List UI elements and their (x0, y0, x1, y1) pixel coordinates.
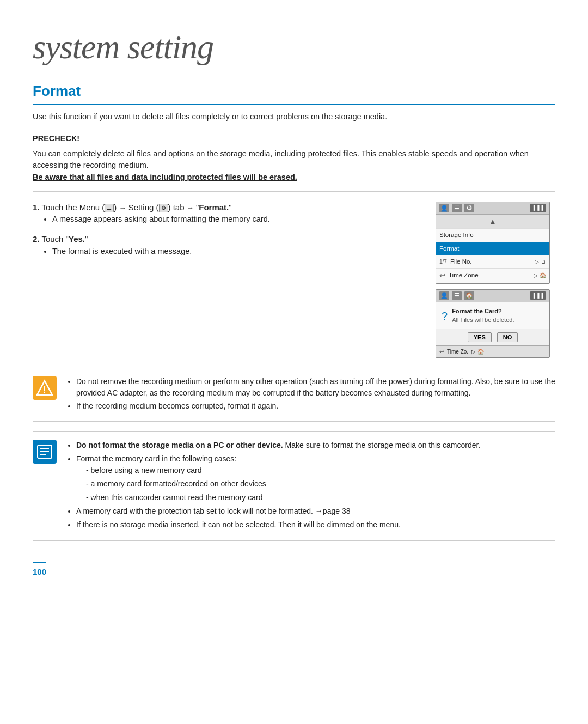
warning-box: ! Do not remove the recording medium or … (33, 368, 555, 422)
precheck-label: PRECHECK! (33, 133, 555, 145)
note-sub-3: when this camcorder cannot read the memo… (86, 492, 480, 503)
warning-triangle-icon: ! (36, 379, 53, 397)
note-item-1: Do not format the storage media on a PC … (76, 440, 480, 451)
step-1-text: Touch the Menu (☰) → Setting (⚙) tab → "… (41, 203, 231, 212)
cam-battery-2: ▐▐▐ (530, 291, 546, 300)
page-title: system setting (33, 22, 555, 76)
cam-no-button[interactable]: NO (497, 332, 518, 342)
yes-label: Yes. (69, 234, 85, 244)
cam-dialog-body: ? Format the Card? All Files will be del… (436, 302, 549, 329)
note-sub-1: before using a new memory card (86, 465, 480, 476)
step-1-bullets: A message appears asking about formattin… (52, 214, 419, 226)
cam-nav-up: ▲ (436, 215, 549, 229)
step-2-bullets: The format is executed with a message. (52, 246, 419, 258)
cam-yes-button[interactable]: YES (468, 332, 492, 342)
steps-area: 1. Touch the Menu (☰) → Setting (⚙) tab … (33, 202, 555, 358)
cam-dialog-icon-home: 🏠 (464, 291, 474, 300)
steps-text: 1. Touch the Menu (☰) → Setting (⚙) tab … (33, 202, 419, 265)
ui-screenshots: 👤 ☰ ⚙ ▐▐▐ ▲ Storage Info Format 1/7 File… (436, 202, 555, 358)
cam-menu-row-fileno: 1/7 File No. ▷ 🗋 (436, 255, 549, 269)
note-box: Do not format the storage media on a PC … (33, 431, 555, 541)
cam-dialog-header-icons: 👤 ☰ 🏠 (439, 291, 474, 300)
cam-arrow-up-icon: ▲ (489, 216, 497, 227)
cam-menu-icons: 👤 ☰ ⚙ (439, 204, 474, 212)
cam-question-icon: ? (442, 308, 448, 324)
cam-dialog-icon-person: 👤 (439, 291, 449, 300)
cam-dialog-footer: ↩ Time Zo. ▷ 🏠 (436, 345, 549, 357)
cam-icon-menu: ☰ (452, 204, 462, 212)
cam-icon-person: 👤 (439, 204, 449, 212)
menu-icon: ☰ (105, 204, 114, 212)
cam-battery-1: ▐▐▐ (530, 204, 546, 212)
intro-text: Use this function if you want to delete … (33, 111, 555, 123)
cam-menu-row-format: Format (436, 242, 549, 255)
step-1-number: 1. (33, 203, 40, 212)
step-1: 1. Touch the Menu (☰) → Setting (⚙) tab … (33, 202, 419, 226)
section-heading: Format (33, 81, 555, 105)
cam-timezone-label: Time Zone (449, 271, 530, 280)
cam-icon-gear: ⚙ (464, 204, 474, 212)
warning-item-1: Do not remove the recording medium or pe… (76, 376, 555, 399)
note-item-3: A memory card with the protection tab se… (76, 506, 480, 517)
cam-dialog-buttons: YES NO (436, 329, 549, 345)
cam-back-icon: ↩ (439, 270, 445, 281)
cam-menu-header: 👤 ☰ ⚙ ▐▐▐ (436, 202, 549, 215)
note-item-4: If there is no storage media inserted, i… (76, 519, 480, 531)
note-sublist: before using a new memory card a memory … (86, 465, 480, 503)
warning-icon: ! (33, 376, 57, 400)
arrow-icon-1: → (119, 204, 126, 212)
cam-dialog-ui: 👤 ☰ 🏠 ▐▐▐ ? Format the Card? All Files w… (436, 289, 550, 358)
cam-dialog-header: 👤 ☰ 🏠 ▐▐▐ (436, 290, 549, 302)
note-pencil-icon (36, 444, 53, 459)
step-2-text: Touch "Yes." (41, 234, 88, 244)
precheck-block: PRECHECK! You can completely delete all … (33, 133, 555, 192)
note-list: Do not format the storage media on a PC … (76, 440, 480, 531)
svg-text:!: ! (43, 385, 46, 394)
note-sub-2: a memory card formatted/recorded on othe… (86, 478, 480, 490)
warning-text: Do not remove the recording medium or pe… (65, 376, 555, 413)
cam-menu-row-timezone: ↩ Time Zone ▷ 🏠 (436, 269, 549, 283)
warning-item-2: If the recording medium becomes corrupte… (76, 400, 555, 412)
cam-dialog-text: Format the Card? All Files will be delet… (452, 307, 514, 325)
cam-format-label: Format (439, 244, 546, 253)
note-item-2: Format the memory card in the following … (76, 453, 480, 503)
cam-back-icon-2: ↩ (439, 348, 444, 356)
cam-menu-ui: 👤 ☰ ⚙ ▐▐▐ ▲ Storage Info Format 1/7 File… (436, 202, 550, 284)
step-2: 2. Touch "Yes." The format is executed w… (33, 233, 419, 257)
precheck-para1: You can completely delete all files and … (33, 148, 555, 172)
precheck-para2: Be aware that all files and data includi… (33, 172, 555, 184)
cam-footer-label: Time Zo. (447, 348, 468, 356)
warning-list: Do not remove the recording medium or pe… (76, 376, 555, 412)
cam-fileno-label: File No. (450, 257, 531, 266)
gear-icon: ⚙ (159, 204, 168, 212)
step-1-content: 1. Touch the Menu (☰) → Setting (⚙) tab … (33, 202, 419, 214)
cam-storage-label: Storage Info (439, 230, 546, 240)
note-bold-1: Do not format the storage media on a PC … (76, 441, 283, 449)
cam-menu-row-storage: Storage Info (436, 229, 549, 242)
cam-dialog-line1: Format the Card? (452, 307, 514, 316)
cam-footer-icons: ▷ 🏠 (471, 348, 484, 356)
cam-fileno-num: 1/7 (439, 258, 447, 266)
note-text: Do not format the storage media on a PC … (65, 440, 480, 533)
step-2-bullet-1: The format is executed with a message. (52, 246, 419, 258)
note-icon (33, 440, 57, 464)
cam-fileno-icons: ▷ 🗋 (535, 258, 546, 266)
format-label: Format. (199, 203, 229, 212)
step-2-content: 2. Touch "Yes." (33, 233, 419, 246)
page-number: 100 (33, 562, 46, 579)
arrow-icon-2: → (187, 204, 194, 212)
step-2-number: 2. (33, 234, 40, 244)
step-1-bullet-1: A message appears asking about formattin… (52, 214, 419, 226)
cam-timezone-icons: ▷ 🏠 (534, 271, 546, 279)
cam-dialog-icon-menu: ☰ (452, 291, 462, 300)
cam-dialog-line2: All Files will be deleted. (452, 315, 514, 325)
